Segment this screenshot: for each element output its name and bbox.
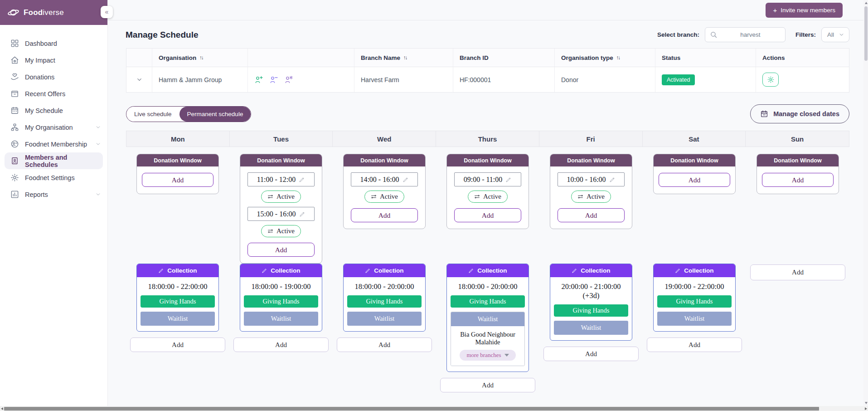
scroll-up-arrow-icon[interactable] bbox=[865, 2, 868, 4]
row-expand-toggle[interactable] bbox=[126, 67, 152, 92]
window-active-badge[interactable]: Active bbox=[364, 191, 404, 203]
toolbar: Manage Schedule Select branch: Filters: … bbox=[126, 27, 849, 42]
collection-card-header[interactable]: Collection bbox=[344, 264, 425, 277]
add-donation-window-button[interactable]: Add bbox=[558, 208, 625, 222]
sidebar-item-my-organisation[interactable]: My Organisation bbox=[0, 119, 107, 136]
waitlist-bar[interactable]: Waitlist bbox=[657, 312, 732, 326]
sidebar-item-members-and-schedules[interactable]: Members and Schedules bbox=[5, 152, 103, 169]
organisation-column-header[interactable]: Organisation↑↓ bbox=[152, 49, 248, 67]
window-active-badge[interactable]: Active bbox=[468, 191, 508, 203]
sidebar-item-my-impact[interactable]: My Impact bbox=[0, 52, 107, 68]
sidebar-item-my-schedule[interactable]: My Schedule bbox=[0, 102, 107, 119]
branch-name-column-header[interactable]: Branch Name↑↓ bbox=[354, 49, 453, 67]
add-collection-button[interactable]: Add bbox=[130, 338, 225, 352]
collection-card-header[interactable]: Collection bbox=[137, 264, 218, 277]
add-donation-window-button[interactable]: Add bbox=[762, 173, 834, 187]
horizontal-scrollbar-thumb[interactable] bbox=[4, 407, 819, 411]
add-collection-button[interactable]: Add bbox=[337, 338, 432, 352]
gear-icon bbox=[10, 173, 19, 182]
waitlist-branch-name: Bia Good Neighbour Malahide bbox=[453, 331, 523, 346]
row-settings-button[interactable] bbox=[762, 73, 779, 87]
vertical-scrollbar-thumb[interactable] bbox=[864, 6, 868, 61]
waitlist-bar[interactable]: Waitlist bbox=[347, 312, 422, 326]
more-branches-button[interactable]: more branches bbox=[460, 350, 515, 361]
donation-col-sun: Donation Window Add bbox=[746, 154, 849, 264]
edit-pencil-icon[interactable] bbox=[402, 176, 409, 183]
donation-window-card: Donation Window Add bbox=[136, 154, 219, 194]
collection-card-header[interactable]: Collection bbox=[654, 264, 735, 277]
add-collection-button[interactable]: Add bbox=[750, 264, 845, 280]
sidebar-item-donations[interactable]: Donations bbox=[0, 68, 107, 85]
add-collection-button[interactable]: Add bbox=[543, 347, 639, 361]
hand-heart-icon bbox=[10, 73, 19, 81]
scroll-left-arrow-icon[interactable] bbox=[1, 407, 3, 410]
collection-card-header[interactable]: Collection bbox=[447, 264, 529, 277]
tab-permanent-schedule[interactable]: Permanent schedule bbox=[179, 107, 251, 122]
add-collection-button[interactable]: Add bbox=[233, 338, 329, 352]
donation-window-title: Donation Window bbox=[757, 154, 839, 166]
member-settings-icon[interactable] bbox=[284, 75, 293, 84]
collection-col-sat: Collection 19:00:00 - 22:00:00 Giving Ha… bbox=[643, 264, 746, 392]
sort-icon[interactable]: ↑↓ bbox=[199, 55, 203, 60]
add-donation-window-button[interactable]: Add bbox=[351, 208, 418, 222]
window-active-badge[interactable]: Active bbox=[261, 225, 301, 237]
collection-card-header[interactable]: Collection bbox=[550, 264, 632, 277]
branch-search-box[interactable] bbox=[705, 27, 786, 42]
sidebar-item-foodnet-membership[interactable]: Foodnet Membership bbox=[0, 136, 107, 152]
sidebar-item-dashboard[interactable]: Dashboard bbox=[0, 35, 107, 52]
edit-pencil-icon[interactable] bbox=[299, 176, 305, 183]
organisation-table: Organisation↑↓ Branch Name↑↓ Branch ID O… bbox=[126, 48, 849, 93]
branch-search-input[interactable] bbox=[719, 31, 781, 38]
sidebar-item-label: Dashboard bbox=[25, 40, 57, 47]
donation-time-input[interactable]: 09:00 - 11:00 bbox=[454, 172, 521, 186]
collection-row: Collection 18:00:00 - 22:00:00 Giving Ha… bbox=[126, 264, 849, 392]
donation-time-input[interactable]: 15:00 - 16:00 bbox=[247, 207, 315, 221]
waitlist-bar[interactable]: Waitlist bbox=[451, 312, 524, 326]
window-active-badge[interactable]: Active bbox=[261, 191, 301, 203]
sort-icon[interactable]: ↑↓ bbox=[616, 55, 620, 60]
sliders-icon bbox=[267, 194, 273, 200]
donation-time-input[interactable]: 14:00 - 16:00 bbox=[351, 172, 418, 186]
sidebar-collapse-button[interactable]: « bbox=[101, 6, 113, 18]
scroll-right-arrow-icon[interactable] bbox=[865, 407, 867, 410]
edit-pencil-icon[interactable] bbox=[299, 211, 305, 217]
invite-new-members-button[interactable]: + Invite new members bbox=[766, 3, 843, 18]
filter-select[interactable]: All bbox=[821, 27, 849, 42]
manage-closed-dates-button[interactable]: Manage closed dates bbox=[750, 104, 849, 123]
filters-label: Filters: bbox=[795, 31, 816, 38]
tab-live-schedule[interactable]: Live schedule bbox=[126, 107, 179, 122]
add-collection-button[interactable]: Add bbox=[440, 378, 535, 392]
sort-icon[interactable]: ↑↓ bbox=[403, 55, 407, 60]
waitlist-bar[interactable]: Waitlist bbox=[141, 312, 215, 326]
sidebar-item-foodnet-settings[interactable]: Foodnet Settings bbox=[0, 169, 107, 186]
vertical-scrollbar[interactable] bbox=[863, 0, 868, 406]
window-active-badge[interactable]: Active bbox=[571, 191, 611, 203]
org-type-column-header[interactable]: Organisation type↑↓ bbox=[555, 49, 655, 67]
day-header-thurs: Thurs bbox=[436, 131, 539, 147]
donation-window-card: Donation Window 10:00 - 16:00 Active Add bbox=[550, 154, 632, 229]
donation-time-input[interactable]: 10:00 - 16:00 bbox=[558, 172, 625, 186]
donation-time-input[interactable]: 11:00 - 12:00 bbox=[247, 172, 315, 186]
add-member-icon[interactable] bbox=[254, 75, 263, 84]
sidebar-item-label: Donations bbox=[25, 73, 54, 81]
donation-window-card: Donation Window Add bbox=[653, 154, 736, 194]
add-donation-window-button[interactable]: Add bbox=[142, 173, 213, 187]
add-donation-window-button[interactable]: Add bbox=[247, 243, 315, 257]
calendar-icon bbox=[10, 106, 19, 115]
add-collection-button[interactable]: Add bbox=[647, 338, 742, 352]
donation-window-title: Donation Window bbox=[550, 154, 632, 166]
edit-pencil-icon[interactable] bbox=[505, 176, 512, 183]
add-donation-window-button[interactable]: Add bbox=[454, 208, 521, 222]
waitlist-bar[interactable]: Waitlist bbox=[244, 312, 318, 326]
edit-pencil-icon[interactable] bbox=[609, 176, 616, 183]
sidebar-item-label: Foodnet Settings bbox=[25, 174, 75, 181]
sidebar-item-recent-offers[interactable]: Recent Offers bbox=[0, 85, 107, 102]
sidebar-item-reports[interactable]: Reports bbox=[0, 186, 107, 203]
donation-window-card: Donation Window 09:00 - 11:00 Active Add bbox=[446, 154, 529, 229]
waitlist-bar[interactable]: Waitlist bbox=[554, 321, 628, 335]
horizontal-scrollbar[interactable] bbox=[0, 406, 868, 411]
collection-card-header[interactable]: Collection bbox=[240, 264, 322, 277]
remove-member-icon[interactable] bbox=[269, 75, 278, 84]
add-donation-window-button[interactable]: Add bbox=[659, 173, 730, 187]
scroll-down-arrow-icon[interactable] bbox=[865, 402, 868, 404]
